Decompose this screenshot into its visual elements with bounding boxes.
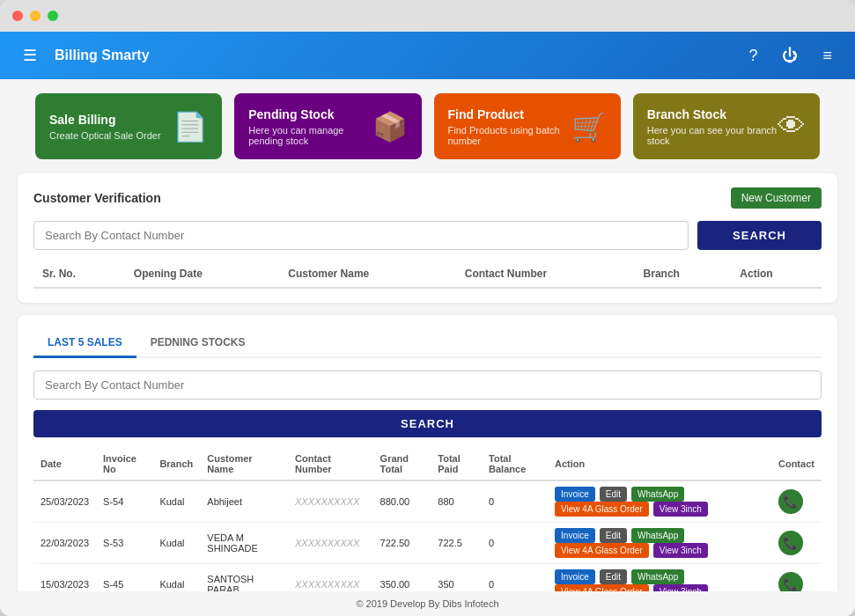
sale-billing-icon: 📄 (173, 110, 208, 143)
view-3inch-button[interactable]: View 3inch (653, 502, 708, 517)
menu-icon[interactable]: ≡ (815, 43, 839, 69)
customer-search-button[interactable]: SEARCH (697, 221, 822, 250)
card-pending-stock-subtitle: Here you can manage pending stock (248, 125, 372, 146)
card-sale-billing[interactable]: Sale Billing Create Optical Sale Order 📄 (35, 93, 222, 159)
customer-verification-title: Customer Verification (33, 191, 161, 205)
cell-call: 📞 (771, 480, 822, 523)
col-total-paid: Total Paid (431, 448, 482, 480)
cell-total-paid: 350 (431, 564, 482, 592)
minimize-dot[interactable] (30, 11, 41, 21)
card-branch-stock-title: Branch Stock (647, 107, 778, 121)
col-total-balance: Total Balance (482, 448, 548, 480)
col-contact: Contact Number (288, 448, 373, 480)
edit-button[interactable]: Edit (600, 528, 627, 543)
cell-customer: SANTOSH PARAB (200, 564, 288, 592)
tab-pendingstocks[interactable]: PEDNING STOCKS (136, 329, 260, 358)
card-find-product-title: Find Product (448, 107, 571, 121)
footer-text: © 2019 Develop By Dibs Infotech (356, 598, 498, 609)
power-icon[interactable]: ⏻ (775, 43, 805, 69)
col-grand-total: Grand Total (373, 448, 431, 480)
cell-balance: 0 (482, 480, 548, 523)
card-sale-billing-subtitle: Create Optical Sale Order (49, 130, 161, 141)
table-row: 25/03/2023 S-54 Kudal Abhijeet XXXXXXXXX… (33, 480, 822, 523)
cell-date: 15/03/2023 (33, 564, 96, 592)
lower-section: LAST 5 SALES PEDNING STOCKS SEARCH Date … (18, 315, 837, 591)
invoice-button[interactable]: Invoice (555, 487, 595, 502)
cell-branch: Kudal (152, 523, 200, 564)
cell-contact: XXXXXXXXXX (288, 564, 373, 592)
customer-table-head: Sr. No. Opening Date Customer Name Conta… (33, 260, 822, 288)
sales-table-wrapper: Date Invoice No Branch Customer Name Con… (33, 448, 822, 591)
app-content: ☰ Billing Smarty ? ⏻ ≡ Sale Billing Crea… (0, 32, 855, 616)
card-pending-stock-title: Pending Stock (248, 107, 372, 121)
card-branch-stock[interactable]: Branch Stock Here you can see your branc… (633, 93, 820, 159)
new-customer-button[interactable]: New Customer (731, 187, 822, 209)
cell-contact: XXXXXXXXXX (288, 523, 373, 564)
cell-total-paid: 722.5 (431, 523, 482, 564)
cell-branch: Kudal (152, 564, 200, 592)
cell-grand-total: 722.50 (373, 523, 431, 564)
sales-search-input[interactable] (33, 370, 822, 400)
customer-table: Sr. No. Opening Date Customer Name Conta… (33, 260, 822, 289)
sales-table: Date Invoice No Branch Customer Name Con… (33, 448, 822, 591)
cell-grand-total: 350.00 (373, 564, 431, 592)
maximize-dot[interactable] (48, 11, 58, 21)
pending-stock-icon: 📦 (372, 110, 408, 143)
call-button[interactable]: 📞 (778, 489, 803, 514)
col-sr-no: Sr. No. (33, 260, 125, 288)
whatsapp-button[interactable]: WhatsApp (631, 528, 684, 543)
footer: © 2019 Develop By Dibs Infotech (0, 591, 855, 616)
call-button[interactable]: 📞 (778, 531, 803, 555)
cell-grand-total: 880.00 (373, 480, 431, 523)
edit-button[interactable]: Edit (600, 487, 627, 502)
customer-search-input[interactable] (33, 221, 689, 250)
edit-button[interactable]: Edit (600, 569, 627, 584)
table-row: 15/03/2023 S-45 Kudal SANTOSH PARAB XXXX… (33, 564, 822, 592)
sales-search-row (33, 370, 822, 400)
close-dot[interactable] (12, 11, 23, 21)
table-row: 22/03/2023 S-53 Kudal VEDA M SHINGADE XX… (33, 523, 822, 564)
cell-actions: Invoice Edit WhatsApp View 4A Glass Orde… (548, 523, 771, 564)
col-invoice-no: Invoice No (96, 448, 152, 480)
cell-invoice: S-53 (96, 523, 152, 564)
invoice-button[interactable]: Invoice (555, 569, 595, 584)
view-4a-button[interactable]: View 4A Glass Order (555, 502, 649, 517)
col-cust-name: Customer Name (200, 448, 288, 480)
customer-verification-header: Customer Verification New Customer (33, 187, 822, 209)
col-contact-icon: Contact (771, 448, 822, 480)
col-date: Date (33, 448, 96, 480)
card-find-product-subtitle: Find Products using batch number (448, 125, 571, 146)
card-find-product[interactable]: Find Product Find Products using batch n… (434, 93, 621, 159)
col-action: Action (731, 260, 822, 288)
view-4a-button[interactable]: View 4A Glass Order (555, 543, 649, 558)
tabs-row: LAST 5 SALES PEDNING STOCKS (33, 329, 822, 358)
cell-contact: XXXXXXXXXX (288, 480, 373, 523)
cell-customer: VEDA M SHINGADE (200, 523, 288, 564)
whatsapp-button[interactable]: WhatsApp (631, 569, 684, 584)
col-contact-number: Contact Number (456, 260, 635, 288)
hamburger-icon[interactable]: ☰ (16, 42, 44, 69)
cell-actions: Invoice Edit WhatsApp View 4A Glass Orde… (548, 564, 771, 592)
invoice-button[interactable]: Invoice (555, 528, 595, 543)
cell-call: 📞 (771, 523, 822, 564)
customer-search-row: SEARCH (33, 221, 822, 250)
customer-table-wrapper: Sr. No. Opening Date Customer Name Conta… (33, 260, 822, 289)
tab-last5sales[interactable]: LAST 5 SALES (33, 329, 136, 358)
sales-search-button[interactable]: SEARCH (33, 410, 822, 437)
customer-verification-section: Customer Verification New Customer SEARC… (18, 173, 837, 303)
call-button[interactable]: 📞 (778, 572, 803, 591)
view-4a-button[interactable]: View 4A Glass Order (555, 584, 649, 591)
navbar: ☰ Billing Smarty ? ⏻ ≡ (0, 32, 855, 79)
col-branch: Branch (152, 448, 200, 480)
whatsapp-button[interactable]: WhatsApp (631, 487, 684, 502)
help-icon[interactable]: ? (741, 43, 764, 69)
cell-customer: Abhijeet (200, 480, 288, 523)
card-pending-stock[interactable]: Pending Stock Here you can manage pendin… (234, 93, 421, 159)
branch-stock-icon: 👁 (778, 110, 806, 143)
view-3inch-button[interactable]: View 3inch (653, 543, 708, 558)
main-area: Sale Billing Create Optical Sale Order 📄… (0, 79, 855, 591)
cell-invoice: S-45 (96, 564, 152, 592)
view-3inch-button[interactable]: View 3inch (653, 584, 708, 591)
col-action: Action (548, 448, 771, 480)
app-window: ☰ Billing Smarty ? ⏻ ≡ Sale Billing Crea… (0, 0, 855, 616)
